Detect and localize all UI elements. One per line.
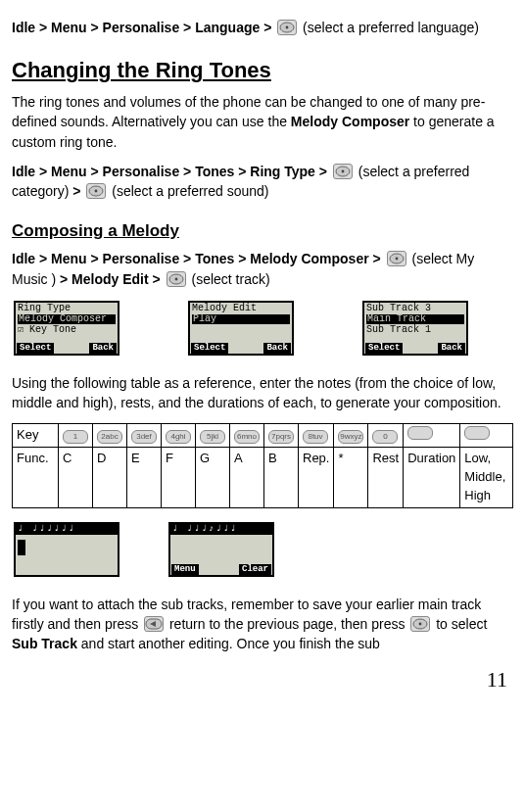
phone-key-icon: 8tuv	[303, 430, 328, 444]
phone-key-icon: 7pqrs	[268, 430, 294, 444]
lcd-screen: Sub Track 3Main TrackSub Track 1SelectBa…	[362, 301, 468, 356]
phone-key-icon: 2abc	[97, 430, 122, 444]
page-number: 11	[12, 664, 513, 695]
phone-key-icon	[407, 426, 433, 440]
key-function-table: Key12abc3def4ghi5jkl6mno7pqrs8tuv9wxyz0 …	[12, 423, 513, 508]
navkey-icon	[277, 20, 297, 35]
phone-key-icon: 5jkl	[200, 430, 225, 444]
svg-point-1	[286, 26, 289, 29]
subtrack-paragraph: If you want to attach the sub tracks, re…	[12, 595, 513, 654]
phone-key-icon: 4ghi	[166, 430, 191, 444]
lcd-screen: Ring TypeMelody Composer☑ Key ToneSelect…	[14, 301, 119, 356]
phone-key-icon: 3def	[131, 430, 157, 444]
breadcrumb-language: Idle > Menu > Personalise > Language > (…	[12, 18, 513, 37]
lcd-screen: Melody EditPlaySelectBack	[188, 301, 294, 356]
lcd-screen: ♩ ♩♩♩♪♩♩♩MenuClear	[168, 522, 274, 577]
breadcrumb-ring-type: Idle > Menu > Personalise > Tones > Ring…	[12, 162, 513, 202]
nav1-suffix: (select a preferred language)	[303, 20, 479, 35]
navkey-icon	[167, 271, 186, 287]
phone-key-icon: 0	[372, 430, 398, 444]
heading-ring-tones: Changing the Ring Tones	[12, 55, 513, 86]
navkey-icon	[410, 616, 430, 632]
phone-key-icon: 1	[63, 430, 88, 444]
breadcrumb-melody-composer: Idle > Menu > Personalise > Tones > Melo…	[12, 249, 513, 289]
table-intro: Using the following table as a reference…	[12, 373, 513, 413]
svg-point-12	[419, 623, 422, 626]
svg-point-5	[95, 190, 98, 193]
heading-composing-melody: Composing a Melody	[12, 219, 513, 244]
svg-point-3	[341, 170, 344, 173]
phone-key-icon: 9wxyz	[338, 430, 363, 444]
lcd-screen: ♩ ♩♩♩♩♩♩	[14, 522, 119, 577]
svg-point-7	[395, 258, 398, 261]
navkey-icon	[387, 251, 406, 266]
intro-paragraph: The ring tones and volumes of the phone …	[12, 92, 513, 152]
phone-key-icon: 6mno	[234, 430, 260, 444]
navkey-icon	[333, 164, 353, 179]
screens-row-2: ♩ ♩♩♩♩♩♩♩ ♩♩♩♪♩♩♩MenuClear	[12, 522, 513, 577]
nav1-prefix: Idle > Menu > Personalise > Language >	[12, 20, 275, 35]
screens-row-1: Ring TypeMelody Composer☑ Key ToneSelect…	[12, 301, 513, 356]
phone-key-icon	[464, 426, 490, 440]
back-key-icon	[144, 616, 164, 632]
svg-point-9	[174, 277, 177, 280]
navkey-icon	[86, 183, 106, 199]
